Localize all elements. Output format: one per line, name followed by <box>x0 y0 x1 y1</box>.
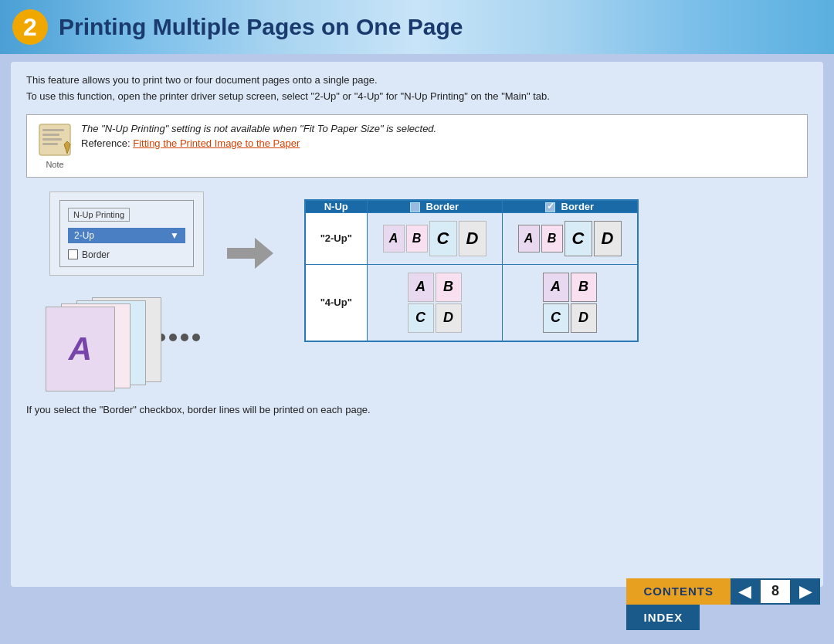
border-checkbox-box[interactable] <box>68 249 78 259</box>
col3-header-label: Border <box>561 201 595 212</box>
card4-c: C <box>408 303 434 333</box>
next-page-button[interactable]: ▶ <box>792 578 820 605</box>
intro-line1: This feature allows you to print two or … <box>26 73 808 89</box>
main-content: This feature allows you to print two or … <box>11 62 823 587</box>
row2-label: "4-Up" <box>305 264 367 341</box>
cell-2up-border: A B C D <box>502 212 638 264</box>
border-checkbox-label: Border <box>82 249 110 260</box>
card-c: C <box>429 221 457 256</box>
col3-checkbox-icon: ✓ <box>545 202 555 212</box>
page-header: 2 Printing Multiple Pages on One Page <box>0 0 834 54</box>
card-c2: C <box>564 221 592 256</box>
col2-header: Border <box>367 200 502 213</box>
note-label: Note <box>46 160 63 169</box>
reference-link[interactable]: Fitting the Printed Image to the Paper <box>133 137 300 149</box>
nup-border-checkbox[interactable]: Border <box>68 249 185 260</box>
page-a: A <box>46 307 115 391</box>
svg-rect-4 <box>42 143 58 145</box>
bottom-navigation[interactable]: CONTENTS ◀ 8 ▶ INDEX <box>626 578 820 630</box>
card4-a2: A <box>543 273 569 302</box>
note-reference: Reference: Fitting the Printed Image to … <box>81 137 796 149</box>
card-a2: A <box>518 225 540 253</box>
row-2up: "2-Up" A B C D <box>305 212 638 264</box>
card-d2: D <box>594 221 622 256</box>
nup-select-box[interactable]: 2-Up ▼ <box>68 228 185 243</box>
row1-label: "2-Up" <box>305 212 367 264</box>
svg-rect-5 <box>227 248 256 259</box>
result-table: N-Up Border ✓ Border <box>304 199 639 342</box>
card4-c2: C <box>543 303 569 333</box>
chapter-number: 2 <box>12 9 48 45</box>
cell-4up-border: A B C D <box>502 264 638 341</box>
card4-d2: D <box>571 303 597 333</box>
page-title: Printing Multiple Pages on One Page <box>59 14 463 40</box>
card-b: B <box>406 225 428 253</box>
card4-b2: B <box>571 273 597 302</box>
nup-panel-label: N-Up Printing <box>68 208 130 222</box>
dot4 <box>192 334 200 341</box>
card4-b: B <box>436 273 462 302</box>
reference-label: Reference: <box>81 137 133 149</box>
dot2 <box>169 334 177 341</box>
row-4up: "4-Up" A B C D <box>305 264 638 341</box>
nup-select[interactable]: 2-Up ▼ <box>68 228 185 243</box>
dots <box>158 334 200 341</box>
cell-4up-noborder: A B C D <box>367 264 502 341</box>
prev-page-button[interactable]: ◀ <box>731 578 759 605</box>
page-number: 8 <box>759 578 792 605</box>
card4-d: D <box>436 303 462 333</box>
note-content: The "N-Up Printing" setting is not avail… <box>81 123 796 149</box>
svg-marker-6 <box>255 238 273 269</box>
nup-panel: N-Up Printing 2-Up ▼ Border <box>49 192 204 276</box>
dot3 <box>181 334 188 341</box>
note-box: Note The "N-Up Printing" setting is not … <box>26 114 808 178</box>
col2-checkbox-icon <box>410 202 420 212</box>
dropdown-arrow-icon: ▼ <box>170 230 179 241</box>
index-button[interactable]: INDEX <box>626 605 700 630</box>
pages-stack: D C B A <box>46 299 169 407</box>
svg-rect-3 <box>42 138 62 141</box>
cell-2up-noborder: A B C D <box>367 212 502 264</box>
svg-rect-1 <box>42 129 64 131</box>
card4-a: A <box>408 273 434 302</box>
card-b2: B <box>541 225 563 253</box>
card-a: A <box>383 225 405 253</box>
col3-header: ✓ Border <box>502 200 638 213</box>
intro-text: This feature allows you to print two or … <box>26 73 808 105</box>
col1-header: N-Up <box>305 200 367 213</box>
note-icon <box>38 123 72 157</box>
intro-line2: To use this function, open the printer d… <box>26 89 808 105</box>
nav-buttons: CONTENTS ◀ 8 ▶ INDEX <box>626 578 820 630</box>
svg-rect-2 <box>42 134 59 136</box>
card-d: D <box>459 221 486 256</box>
contents-button[interactable]: CONTENTS <box>626 578 731 605</box>
note-text: The "N-Up Printing" setting is not avail… <box>81 123 796 134</box>
arrow-icon <box>227 238 273 269</box>
note-icon-wrapper: Note <box>38 123 72 169</box>
col2-header-label: Border <box>426 201 459 212</box>
